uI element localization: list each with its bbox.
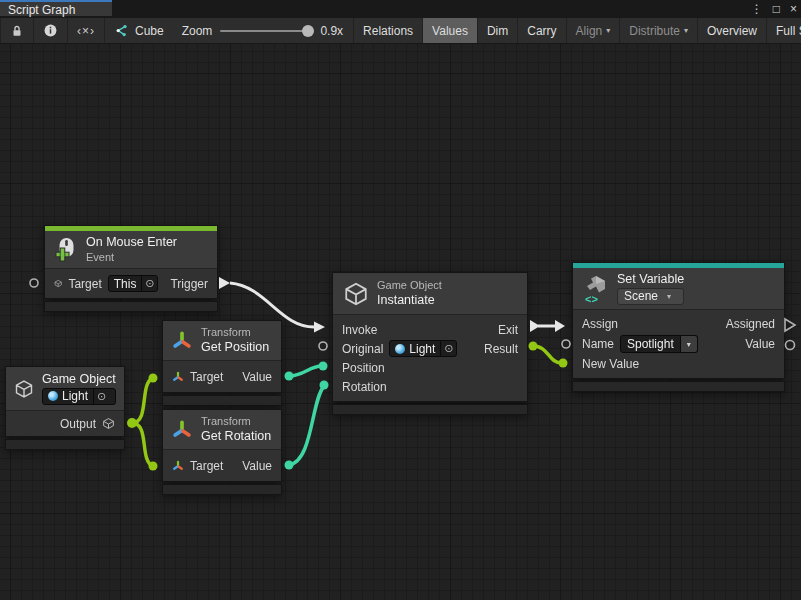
toolbar-button-fullscreen[interactable]: Full Screen [767,18,801,43]
port-gameobject-output[interactable] [127,418,137,428]
chevron-down-icon: ▾ [606,26,610,35]
port-setvariable-name[interactable] [562,340,570,348]
node-footer [572,381,785,392]
chevron-down-icon[interactable]: ▾ [681,335,698,353]
zoom-slider-handle[interactable] [302,25,314,37]
lock-button[interactable] [0,18,34,43]
mouse-add-icon [54,237,78,263]
node-title: Set Variable [617,272,684,287]
node-game-object-light[interactable]: Game Object Light ⊙ Output [5,366,125,450]
port-getposition-target[interactable] [149,374,158,383]
node-category: Transform [201,326,269,339]
graph-toolbar: ‹×› Cube Zoom 0.9x Relations Values Dim [0,18,801,44]
node-footer [162,395,282,406]
port-label-exit: Exit [498,323,518,337]
zoom-label: Zoom [182,24,213,38]
node-category: Transform [201,415,271,428]
close-icon[interactable]: × [790,2,797,16]
port-getrotation-target[interactable] [149,462,158,471]
node-subtitle: Event [86,251,177,264]
port-label-value: Value [242,459,272,473]
object-picker-icon[interactable]: ⊙ [440,341,456,356]
port-label-assign: Assign [582,317,618,331]
tab-label: Script Graph [8,3,75,17]
port-setvariable-value[interactable] [786,341,795,350]
lock-icon [10,24,24,38]
node-get-rotation[interactable]: Transform Get Rotation Target Value [162,409,282,495]
graph-icon [113,23,129,39]
tab-strip: Script Graph ⋮ □ × [0,0,801,18]
graph-canvas[interactable]: On Mouse Enter Event Target This ⊙ [0,44,801,600]
port-assign-in[interactable] [555,320,565,332]
node-set-variable[interactable]: <> Set Variable Scene ▾ Assign Assi [572,262,785,392]
graph-name-label: Cube [135,24,164,38]
port-setvariable-assigned[interactable] [785,319,795,331]
wire-rotation-value[interactable] [289,386,324,465]
port-instantiate-position[interactable] [319,362,328,371]
toolbar-button-carry[interactable]: Carry [518,18,566,43]
node-on-mouse-enter[interactable]: On Mouse Enter Event Target This ⊙ [44,225,218,312]
window-controls: ⋮ □ × [751,0,797,18]
code-preview-button[interactable]: ‹×› [68,18,105,43]
transform-icon [171,419,193,441]
target-value-chip[interactable]: This ⊙ [108,275,159,292]
kebab-menu-icon[interactable]: ⋮ [751,2,763,16]
game-object-cube-icon [14,379,34,399]
port-instantiate-result[interactable] [529,342,538,351]
light-icon [48,391,58,401]
variable-name-dropdown[interactable]: Spotlight ▾ [620,335,698,353]
toolbar-button-overview[interactable]: Overview [698,18,767,43]
zoom-slider[interactable] [220,30,312,32]
node-title: Instantiate [377,293,442,308]
node-title: Get Position [201,340,269,355]
object-picker-icon[interactable]: ⊙ [141,276,157,291]
port-label-trigger: Trigger [170,277,208,291]
game-object-cube-icon [102,417,115,430]
graph-breadcrumb[interactable]: Cube [105,18,172,43]
toolbar-button-dim[interactable]: Dim [478,18,518,43]
transform-icon [172,460,184,472]
light-object-chip[interactable]: Light ⊙ [42,388,116,405]
port-label-target: Target [190,370,223,384]
wire-output-to-getrotation-target[interactable] [132,423,153,466]
port-getposition-value[interactable] [285,372,294,381]
port-instantiate-rotation[interactable] [320,381,329,390]
port-label-original: Original [342,342,383,356]
node-title: On Mouse Enter [86,235,177,250]
chevron-down-icon: ▾ [667,292,671,302]
port-onmouseenter-target[interactable] [30,279,38,287]
toolbar-button-relations[interactable]: Relations [353,18,423,43]
port-getrotation-value[interactable] [285,461,294,470]
object-picker-icon[interactable]: ⊙ [93,389,109,404]
port-label-value: Value [242,370,272,384]
node-get-position[interactable]: Transform Get Position Target Value [162,320,282,406]
port-label-position: Position [342,361,385,375]
port-invoke-in[interactable] [314,322,325,333]
variable-scope-dropdown[interactable]: Scene ▾ [617,288,684,305]
wire-output-to-getposition-target[interactable] [132,378,153,423]
port-exit-out[interactable] [530,320,540,332]
inspect-button[interactable] [34,18,68,43]
toolbar-button-align[interactable]: Align ▾ [567,18,621,43]
maximize-icon[interactable]: □ [773,2,780,16]
original-value-chip[interactable]: Light ⊙ [389,340,457,357]
node-title: Get Rotation [201,429,271,444]
chevron-down-icon: ▾ [684,26,688,35]
tab-script-graph[interactable]: Script Graph [0,0,112,16]
toolbar-button-values[interactable]: Values [423,18,478,43]
node-footer [332,404,528,415]
wire-result-to-newvalue[interactable] [533,346,562,363]
port-label-value: Value [745,337,775,351]
light-icon [395,344,405,354]
transform-icon [171,330,193,352]
port-label-invoke: Invoke [342,323,377,337]
toolbar-button-distribute[interactable]: Distribute ▾ [620,18,698,43]
svg-text:<>: <> [585,293,598,304]
port-setvariable-newvalue[interactable] [559,359,568,368]
wire-position-value[interactable] [289,366,322,376]
port-trigger-out[interactable] [219,277,230,289]
port-label-target: Target [190,459,223,473]
port-instantiate-original[interactable] [319,342,327,350]
node-instantiate[interactable]: Game Object Instantiate Invoke Exit Orig… [332,272,528,415]
game-object-cube-icon [54,277,62,290]
